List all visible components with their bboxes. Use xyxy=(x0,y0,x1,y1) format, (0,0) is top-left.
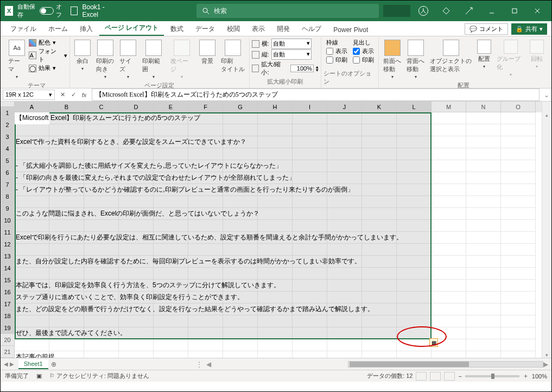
cell-A7[interactable] xyxy=(15,184,49,196)
cell-C3[interactable] xyxy=(84,136,119,148)
col-header-K[interactable]: K xyxy=(362,102,397,112)
cell-L15[interactable] xyxy=(397,280,432,292)
cell-B14[interactable] xyxy=(49,268,84,280)
cell-F12[interactable] xyxy=(188,244,223,256)
cell-L7[interactable] xyxy=(397,184,432,196)
cell-N16[interactable] xyxy=(466,292,501,304)
tab-home[interactable]: ホーム xyxy=(43,22,73,36)
cell-O18[interactable] xyxy=(501,315,536,327)
user-account-icon[interactable] xyxy=(383,5,410,17)
cell-M9[interactable] xyxy=(432,208,466,220)
cell-B8[interactable] xyxy=(49,196,84,208)
cell-E3[interactable] xyxy=(154,136,188,148)
user-profile-icon[interactable]: 人 xyxy=(414,3,433,19)
cell-L3[interactable] xyxy=(397,136,432,148)
cell-F3[interactable] xyxy=(188,136,223,148)
cell-N18[interactable] xyxy=(466,315,501,327)
cell-L1[interactable] xyxy=(397,112,432,124)
row-header-11[interactable]: 11 xyxy=(1,226,15,238)
align-button[interactable]: 配置▾ xyxy=(475,39,493,70)
cell-H10[interactable] xyxy=(258,220,293,232)
fonts-button[interactable]: Aフォント ▾ xyxy=(29,47,67,64)
cell-K10[interactable] xyxy=(362,220,397,232)
cell-L21[interactable] xyxy=(397,351,432,358)
rotate-button[interactable]: 回転▾ xyxy=(528,39,546,70)
cell-E4[interactable] xyxy=(154,148,188,160)
cell-O1[interactable] xyxy=(501,112,536,124)
cell-M12[interactable] xyxy=(432,244,466,256)
cell-E6[interactable] xyxy=(154,172,188,184)
cell-N9[interactable] xyxy=(466,208,501,220)
cell-M13[interactable] xyxy=(432,256,466,268)
row-header-19[interactable]: 19 xyxy=(1,322,15,334)
cell-B4[interactable] xyxy=(49,148,84,160)
cell-K11[interactable] xyxy=(362,232,397,244)
row-header-10[interactable]: 10 xyxy=(1,214,15,226)
cell-I9[interactable] xyxy=(293,208,327,220)
cell-O6[interactable] xyxy=(501,172,536,184)
tab-insert[interactable]: 挿入 xyxy=(74,22,98,36)
size-button[interactable]: サイズ▾ xyxy=(117,39,139,80)
cell-N7[interactable] xyxy=(466,184,501,196)
toggle-switch-icon[interactable] xyxy=(40,7,54,15)
cell-J17[interactable] xyxy=(327,304,362,315)
cell-F16[interactable] xyxy=(188,292,223,304)
cell-D6[interactable] xyxy=(119,172,154,184)
zoom-value[interactable]: 100% xyxy=(532,373,547,380)
cell-F1[interactable] xyxy=(188,112,223,124)
cell-H4[interactable] xyxy=(258,148,293,160)
cell-J1[interactable] xyxy=(327,112,362,124)
cell-E5[interactable] xyxy=(154,160,188,172)
cell-J11[interactable] xyxy=(327,232,362,244)
cell-M17[interactable] xyxy=(432,304,466,315)
margins-button[interactable]: 余白▾ xyxy=(72,39,93,72)
cell-I4[interactable] xyxy=(293,148,327,160)
cell-J4[interactable] xyxy=(327,148,362,160)
cell-B17[interactable] xyxy=(49,304,84,315)
cell-E18[interactable] xyxy=(154,315,188,327)
cell-F18[interactable] xyxy=(188,315,223,327)
effects-button[interactable]: ◯効果 ▾ xyxy=(29,64,67,72)
cancel-icon[interactable]: ✕ xyxy=(57,91,68,98)
cell-G10[interactable] xyxy=(223,220,258,232)
cell-A14[interactable] xyxy=(15,268,49,280)
cell-L10[interactable] xyxy=(397,220,432,232)
cell-M6[interactable] xyxy=(432,172,466,184)
col-header-I[interactable]: I xyxy=(293,102,327,112)
cell-A20[interactable] xyxy=(15,339,49,351)
cell-M8[interactable] xyxy=(432,196,466,208)
cell-J19[interactable] xyxy=(327,327,362,339)
cell-B19[interactable] xyxy=(49,327,84,339)
expand-formula-icon[interactable]: ⌄ xyxy=(542,91,551,99)
cell-O3[interactable] xyxy=(501,136,536,148)
col-header-N[interactable]: N xyxy=(466,102,501,112)
row-header-7[interactable]: 7 xyxy=(1,179,15,191)
cell-C7[interactable] xyxy=(84,184,119,196)
cell-I3[interactable] xyxy=(293,136,327,148)
col-header-A[interactable]: A xyxy=(15,102,49,112)
cell-I11[interactable] xyxy=(293,232,327,244)
cell-F15[interactable] xyxy=(188,280,223,292)
cell-A9[interactable] xyxy=(15,208,49,220)
cell-B3[interactable] xyxy=(49,136,84,148)
row-header-9[interactable]: 9 xyxy=(1,203,15,214)
cell-M21[interactable] xyxy=(432,351,466,358)
cell-C2[interactable] xyxy=(84,124,119,136)
cell-D21[interactable] xyxy=(119,351,154,358)
tab-developer[interactable]: 開発 xyxy=(271,22,295,36)
cell-L12[interactable] xyxy=(397,244,432,256)
cell-K14[interactable] xyxy=(362,268,397,280)
cell-B16[interactable] xyxy=(49,292,84,304)
cell-E11[interactable] xyxy=(154,232,188,244)
cell-N4[interactable] xyxy=(466,148,501,160)
formula-input[interactable]: 【Microsoft Excel】印刷をスムーズに行うための5つのステップ xyxy=(92,88,540,101)
cell-B21[interactable] xyxy=(49,351,84,358)
cell-M3[interactable] xyxy=(432,136,466,148)
name-box[interactable]: 19R x 12C▾ xyxy=(3,90,55,100)
cell-C15[interactable] xyxy=(84,280,119,292)
quick-analysis-icon[interactable]: ▦ xyxy=(429,338,438,347)
cell-K9[interactable] xyxy=(362,208,397,220)
cell-K15[interactable] xyxy=(362,280,397,292)
row-header-15[interactable]: 15 xyxy=(1,274,15,286)
zoom-slider[interactable] xyxy=(465,375,519,377)
